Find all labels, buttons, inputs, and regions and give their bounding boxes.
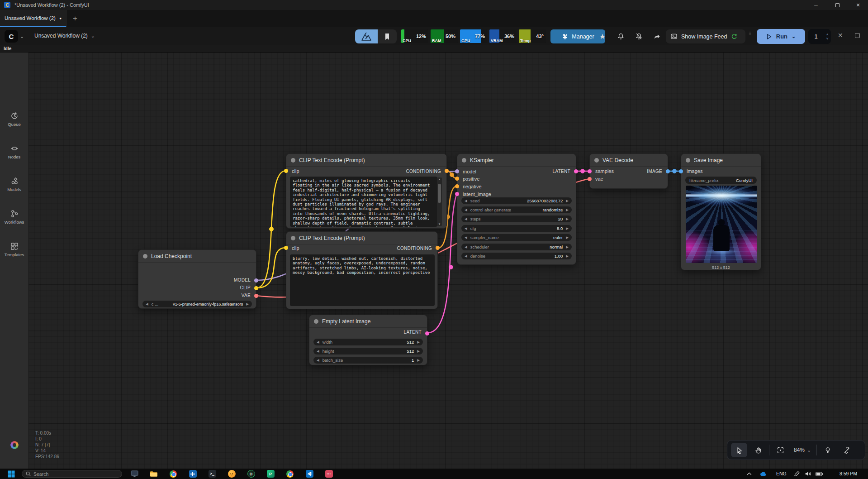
output-conditioning-pin[interactable] — [436, 246, 440, 250]
increment-icon[interactable]: ▶ — [566, 199, 569, 203]
decrement-icon[interactable]: ◀ — [317, 349, 319, 353]
notification-button[interactable] — [615, 31, 626, 41]
taskbar-app-davinci[interactable]: D — [246, 469, 256, 479]
input-vae-pin[interactable] — [588, 177, 592, 181]
output-vae-pin[interactable] — [254, 294, 258, 298]
increment-icon[interactable]: ▶ — [417, 340, 420, 344]
sidebar-item-models[interactable]: Models — [0, 177, 28, 192]
increment-icon[interactable]: ▶ — [566, 217, 569, 221]
node-clip-text-encode-positive[interactable]: CLIP Text Encode (Prompt) clip CONDITION… — [286, 153, 447, 229]
taskbar-app-pycharm[interactable]: P — [266, 469, 275, 479]
increment-icon[interactable]: ▶ — [417, 358, 420, 362]
taskbar-app-vscode[interactable] — [304, 469, 314, 479]
tab-unsaved-workflow[interactable]: Unsaved Workflow (2) ● — [0, 10, 66, 27]
increment-icon[interactable]: ▶ — [566, 226, 569, 230]
minimize-button[interactable]: ─ — [806, 0, 826, 10]
output-model-pin[interactable] — [254, 278, 258, 283]
widget-denoise[interactable]: ◀ denoise 1.00 ▶ — [461, 253, 572, 259]
batch-count-spinners[interactable]: ˄ ˅ — [824, 33, 831, 41]
decrement-icon[interactable]: ◀ — [465, 235, 467, 240]
spin-down-icon[interactable]: ˅ — [826, 37, 829, 41]
tray-volume[interactable] — [803, 469, 813, 479]
taskbar-app-explorer[interactable] — [149, 469, 159, 479]
decrement-icon[interactable]: ◀ — [465, 254, 467, 258]
interrupt-button[interactable]: ✕ — [838, 32, 843, 39]
workflow-name-dropdown[interactable]: Unsaved Workflow (2) ⌄ — [34, 33, 95, 39]
scrollbar-thumb[interactable] — [438, 184, 441, 203]
comfyui-menu-button[interactable]: C ⌄ — [5, 30, 26, 43]
prompt-scrollbar[interactable]: ▲ ▼ — [437, 177, 442, 226]
decrement-icon[interactable]: ◀ — [146, 302, 148, 306]
bookmark-button[interactable] — [378, 29, 397, 43]
toggle-links-button[interactable] — [839, 443, 855, 457]
increment-icon[interactable]: ▶ — [566, 245, 569, 249]
decrement-icon[interactable]: ◀ — [317, 358, 319, 362]
taskbar-app-terminal[interactable]: >_ — [207, 469, 217, 479]
tray-pen-settings[interactable] — [792, 469, 802, 479]
notification-mute-button[interactable] — [633, 31, 644, 41]
output-latent-pin[interactable] — [574, 169, 578, 173]
toolbar-drag-handle[interactable]: ⠿ — [749, 33, 754, 40]
input-model-pin[interactable] — [455, 169, 459, 173]
scroll-down-icon[interactable]: ▼ — [437, 223, 442, 225]
sidebar-item-templates[interactable]: Templates — [0, 242, 28, 257]
tray-onedrive[interactable] — [758, 469, 768, 479]
tray-clock[interactable]: 8:59 PM — [840, 471, 857, 476]
taskbar-app-chrome[interactable] — [168, 469, 178, 479]
input-samples-pin[interactable] — [588, 169, 592, 173]
tray-battery[interactable] — [814, 469, 824, 479]
increment-icon[interactable]: ▶ — [566, 235, 569, 240]
zoom-level-dropdown[interactable]: 84% ⌄ — [791, 447, 814, 453]
widget-steps[interactable]: ◀ steps 20 ▶ — [461, 216, 572, 222]
input-positive-pin[interactable] — [455, 177, 459, 181]
sidebar-theme-button[interactable] — [0, 441, 28, 451]
pan-tool-button[interactable] — [750, 443, 766, 457]
positive-prompt-textarea[interactable]: cathedral, miles of glowing holographic … — [290, 177, 437, 227]
increment-icon[interactable]: ▶ — [566, 254, 569, 258]
decrement-icon[interactable]: ◀ — [465, 245, 467, 249]
negative-prompt-textarea[interactable]: blurry, low detail, washed out, cartooni… — [290, 254, 435, 306]
node-vae-decode[interactable]: VAE Decode samples vae IMAGE — [589, 153, 668, 189]
node-clip-text-encode-negative[interactable]: CLIP Text Encode (Prompt) clip CONDITION… — [286, 231, 438, 309]
output-image-pin[interactable] — [666, 169, 670, 173]
generated-image-preview[interactable] — [686, 186, 757, 263]
widget-height[interactable]: ◀ height 512 ▶ — [313, 348, 423, 354]
node-save-image[interactable]: Save Image images filename_prefix ComfyU… — [681, 153, 761, 270]
taskbar-app-more[interactable]: ⋯ — [324, 469, 334, 479]
sidebar-item-nodes[interactable]: Nodes — [0, 144, 28, 159]
input-latent-image-pin[interactable] — [455, 192, 459, 196]
batch-count-stepper[interactable]: 1 ˄ ˅ — [808, 29, 831, 44]
sidebar-item-workflows[interactable]: Workflows — [0, 209, 28, 225]
node-load-checkpoint[interactable]: Load Checkpoint MODEL CLIP VAE ◀ c ... v… — [138, 249, 256, 309]
increment-icon[interactable]: ▶ — [417, 349, 420, 353]
new-tab-button[interactable]: + — [69, 13, 81, 24]
star-button[interactable]: ★ — [597, 31, 608, 41]
decrement-icon[interactable]: ◀ — [465, 208, 467, 212]
decrement-icon[interactable]: ◀ — [465, 217, 467, 221]
input-negative-pin[interactable] — [455, 184, 459, 188]
taskbar-app-store[interactable] — [188, 469, 198, 479]
spin-up-icon[interactable]: ˄ — [826, 33, 829, 37]
node-ksampler[interactable]: KSampler LATENT model positive negative … — [457, 153, 576, 265]
input-clip-pin[interactable] — [284, 169, 288, 173]
maximize-button[interactable] — [827, 0, 847, 10]
decrement-icon[interactable]: ◀ — [317, 340, 319, 344]
clear-queue-button[interactable] — [855, 33, 860, 38]
widget-filename-prefix[interactable]: filename_prefix ComfyUI — [685, 177, 757, 184]
share-button[interactable] — [651, 31, 662, 41]
output-conditioning-pin[interactable] — [445, 169, 449, 173]
taskbar-app-emoji[interactable] — [227, 469, 237, 479]
widget-ckpt-name[interactable]: ◀ c ... v1-5-pruned-emaonly-fp16.safeten… — [142, 301, 252, 307]
widget-width[interactable]: ◀ width 512 ▶ — [313, 339, 423, 345]
increment-icon[interactable]: ▶ — [566, 208, 569, 212]
widget-cfg[interactable]: ◀ cfg 8.0 ▶ — [461, 225, 572, 232]
start-button[interactable] — [6, 469, 16, 479]
input-clip-pin[interactable] — [284, 246, 288, 250]
widget-seed[interactable]: ◀ seed 256687003208172 ▶ — [461, 197, 572, 204]
close-button[interactable]: ✕ — [848, 0, 868, 10]
scroll-up-icon[interactable]: ▲ — [437, 178, 442, 181]
decrement-icon[interactable]: ◀ — [465, 226, 467, 230]
taskbar-app-chrome-profile[interactable] — [285, 469, 295, 479]
output-latent-pin[interactable] — [425, 331, 429, 335]
input-images-pin[interactable] — [679, 169, 683, 173]
